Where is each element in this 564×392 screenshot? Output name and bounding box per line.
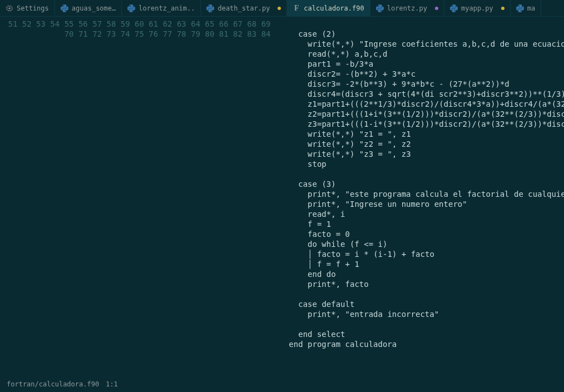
code-line[interactable] bbox=[280, 349, 565, 359]
code-line[interactable]: write(*,*) "z3 = ", z3 bbox=[280, 149, 565, 159]
code-line[interactable]: end do bbox=[280, 269, 565, 279]
code-line[interactable]: facto = 0 bbox=[280, 229, 565, 239]
code-line[interactable]: case (3) bbox=[280, 179, 565, 189]
tab-label: lorentz_anim.. bbox=[138, 4, 195, 12]
tab-label: Settings bbox=[17, 4, 49, 12]
code-line[interactable]: z1=part1+(((2**1/3)*discr2)/(discr4*3*a)… bbox=[280, 99, 565, 109]
fortran-icon: F bbox=[293, 4, 300, 12]
tab-label: ma bbox=[527, 4, 535, 12]
code-line[interactable]: discr3= -2*(b**3) + 9*a*b*c - (27*(a**2)… bbox=[280, 79, 565, 89]
code-line[interactable]: │ facto = i * (i-1) + facto bbox=[280, 249, 565, 259]
python-icon bbox=[61, 4, 68, 12]
line-number-gutter: 51 52 53 54 55 56 57 58 59 60 61 62 63 6… bbox=[0, 17, 275, 375]
status-bar: fortran/calculadora.f90 1:1 bbox=[0, 376, 564, 392]
code-line[interactable] bbox=[280, 19, 565, 29]
modified-indicator-icon bbox=[278, 7, 281, 10]
code-line[interactable]: case (2) bbox=[280, 29, 565, 39]
code-line[interactable]: write(*,*) "z1 = ", z1 bbox=[280, 129, 565, 139]
code-line[interactable]: f = 1 bbox=[280, 219, 565, 229]
code-line[interactable]: print*, "este programa calcula el factor… bbox=[280, 189, 565, 199]
tab-lorentz-anim--[interactable]: lorentz_anim.. bbox=[122, 0, 201, 16]
tab-settings[interactable]: Settings bbox=[0, 0, 55, 16]
tab-label: myapp.py bbox=[461, 4, 493, 12]
modified-indicator-icon bbox=[435, 7, 438, 10]
tab-death-star-py[interactable]: death_star.py bbox=[201, 0, 287, 16]
code-line[interactable]: do while (f <= i) bbox=[280, 239, 565, 249]
code-line[interactable]: write(*,*) "z2 = ", z2 bbox=[280, 139, 565, 149]
code-line[interactable]: part1 = -b/3*a bbox=[280, 59, 565, 69]
python-icon bbox=[206, 4, 214, 12]
tab-bar: Settingsaguas_some…lorentz_anim..death_s… bbox=[0, 0, 564, 17]
code-line[interactable]: stop bbox=[280, 159, 565, 169]
python-icon bbox=[127, 4, 135, 12]
tab-ma[interactable]: ma bbox=[511, 0, 541, 16]
code-line[interactable]: print*, facto bbox=[280, 279, 565, 289]
status-cursor-position: 1:1 bbox=[106, 380, 118, 388]
python-icon bbox=[516, 4, 524, 12]
tab-label: death_star.py bbox=[217, 4, 270, 12]
tab-label: calculadora.f90 bbox=[304, 4, 364, 12]
code-line[interactable] bbox=[280, 289, 565, 299]
code-line[interactable]: │ f = f + 1 bbox=[280, 259, 565, 269]
code-line[interactable]: print*, "entrada incorrecta" bbox=[280, 309, 565, 319]
modified-indicator-icon bbox=[501, 7, 504, 10]
code-line[interactable]: case default bbox=[280, 299, 565, 309]
code-line[interactable]: write(*,*) "Ingrese coeficientes a,b,c,d… bbox=[280, 39, 565, 49]
tab-lorentz-py[interactable]: lorentz.py bbox=[370, 0, 444, 16]
code-line[interactable]: print*, "Ingrese un numero entero" bbox=[280, 199, 565, 209]
code-line[interactable] bbox=[280, 169, 565, 179]
tab-label: lorentz.py bbox=[387, 4, 427, 12]
tab-label: aguas_some… bbox=[72, 4, 116, 12]
code-line[interactable]: z2=part1+(((1+i*(3**(1/2)))*discr2)/(a*(… bbox=[280, 109, 565, 119]
settings-icon bbox=[6, 4, 13, 12]
code-line[interactable]: discr4=(discr3 + sqrt(4*(di scr2**3)+dis… bbox=[280, 89, 565, 99]
code-content[interactable]: case (2) write(*,*) "Ingrese coeficiente… bbox=[275, 17, 565, 375]
tab-calculadora-f90[interactable]: Fcalculadora.f90 bbox=[287, 0, 370, 16]
code-line[interactable]: end program calculadora bbox=[280, 339, 565, 349]
code-line[interactable]: z3=part1+(((1-i*(3**(1/2)))*discr2)/(a*(… bbox=[280, 119, 565, 129]
code-line[interactable]: read*, i bbox=[280, 209, 565, 219]
status-filepath: fortran/calculadora.f90 bbox=[7, 380, 99, 388]
tab-aguas-some-[interactable]: aguas_some… bbox=[55, 0, 122, 16]
code-line[interactable]: discr2= -(b**2) + 3*a*c bbox=[280, 69, 565, 79]
editor-area: 51 52 53 54 55 56 57 58 59 60 61 62 63 6… bbox=[0, 17, 564, 375]
code-line[interactable] bbox=[280, 319, 565, 329]
tab-myapp-py[interactable]: myapp.py bbox=[444, 0, 511, 16]
code-line[interactable]: read(*,*) a,b,c,d bbox=[280, 49, 565, 59]
python-icon bbox=[450, 4, 458, 12]
python-icon bbox=[376, 4, 384, 12]
code-line[interactable]: end select bbox=[280, 329, 565, 339]
